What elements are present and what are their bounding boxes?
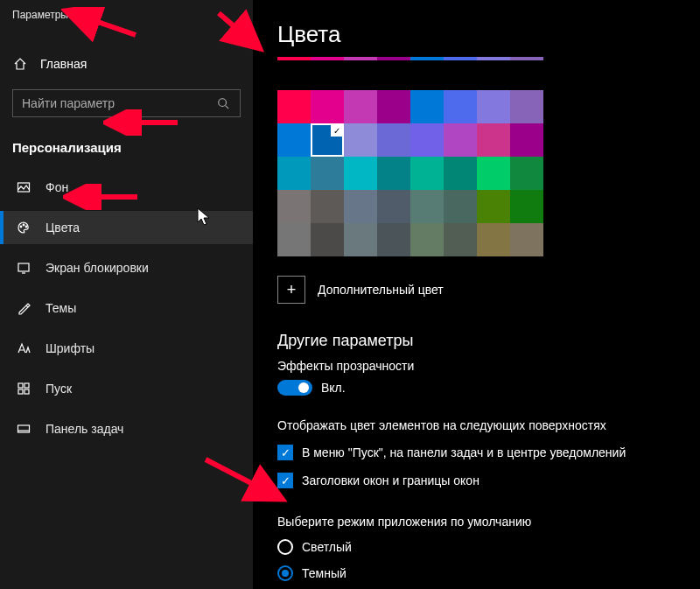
mode-radio-light[interactable]: Светлый [277, 539, 700, 555]
checkbox-checked-icon: ✓ [277, 473, 293, 488]
window-title: Параметры [0, 0, 253, 25]
color-swatch[interactable] [277, 157, 311, 190]
start-icon [16, 381, 32, 396]
search-input[interactable]: Найти параметр [12, 89, 241, 117]
svg-point-0 [219, 99, 227, 107]
mode-label: Темный [302, 566, 346, 580]
search-placeholder: Найти параметр [22, 96, 115, 110]
color-swatch[interactable] [444, 123, 477, 157]
content-panel: Цвета + Дополнительный цвет Другие парам… [253, 0, 700, 589]
app-mode-title: Выберите режим приложения по умолчанию [277, 515, 700, 529]
surface-checkbox-titlebars[interactable]: ✓ Заголовки окон и границы окон [277, 473, 700, 488]
color-swatch[interactable] [277, 90, 311, 123]
sidebar-item-lockscreen[interactable]: Экран блокировки [0, 251, 253, 284]
plus-icon: + [277, 276, 305, 304]
color-swatch[interactable] [277, 190, 311, 223]
home-label: Главная [40, 57, 87, 71]
svg-line-1 [226, 106, 229, 109]
sidebar-item-label: Пуск [46, 382, 72, 396]
sidebar-item-label: Темы [46, 301, 76, 315]
mode-radio-dark[interactable]: Темный [277, 565, 700, 581]
color-swatch[interactable] [477, 223, 510, 256]
color-swatch[interactable] [277, 123, 311, 157]
color-swatch[interactable] [510, 190, 543, 223]
svg-rect-10 [18, 389, 23, 394]
svg-rect-12 [18, 425, 30, 432]
taskbar-icon [16, 421, 32, 437]
color-swatch[interactable] [277, 223, 311, 256]
color-swatch[interactable] [477, 190, 510, 223]
color-swatch[interactable] [311, 90, 344, 123]
color-swatch[interactable] [410, 123, 444, 157]
sidebar-item-label: Экран блокировки [46, 261, 149, 275]
sidebar-item-taskbar[interactable]: Панель задач [0, 412, 253, 445]
color-swatch[interactable] [377, 157, 410, 190]
home-button[interactable]: Главная [0, 47, 253, 81]
surface-checkbox-start[interactable]: ✓ В меню "Пуск", на панели задач и в цен… [277, 445, 700, 460]
svg-point-3 [20, 226, 22, 228]
section-title: Персонализация [0, 126, 253, 164]
mode-label: Светлый [302, 540, 352, 554]
radio-unchecked-icon [277, 539, 293, 555]
svg-rect-9 [24, 383, 29, 388]
themes-icon [16, 300, 32, 316]
svg-rect-11 [24, 389, 29, 394]
color-swatch[interactable] [444, 157, 477, 190]
sidebar-item-themes[interactable]: Темы [0, 291, 253, 325]
color-swatch[interactable] [510, 223, 543, 256]
color-swatch[interactable] [410, 223, 444, 256]
transparency-label: Эффекты прозрачности [277, 359, 700, 373]
color-swatch[interactable] [344, 157, 377, 190]
transparency-toggle[interactable] [277, 380, 312, 396]
color-swatch[interactable] [311, 190, 344, 223]
page-title: Цвета [277, 21, 700, 48]
color-swatch[interactable] [510, 157, 543, 190]
color-swatch[interactable] [377, 90, 410, 123]
checkbox-checked-icon: ✓ [277, 445, 293, 460]
sidebar-item-background[interactable]: Фон [0, 171, 253, 204]
surfaces-title: Отображать цвет элементов на следующих п… [277, 418, 700, 432]
color-swatch[interactable] [311, 123, 344, 157]
color-swatch[interactable] [477, 90, 510, 123]
svg-point-4 [23, 224, 24, 226]
color-swatch[interactable] [477, 123, 510, 157]
color-swatch[interactable] [510, 90, 543, 123]
sidebar-item-label: Шрифты [46, 341, 94, 355]
color-swatch[interactable] [510, 123, 543, 157]
picture-icon [16, 179, 32, 195]
color-swatch[interactable] [410, 157, 444, 190]
sidebar-item-start[interactable]: Пуск [0, 372, 253, 405]
custom-color-label: Дополнительный цвет [318, 283, 444, 297]
sidebar-item-fonts[interactable]: Шрифты [0, 332, 253, 365]
color-swatch[interactable] [444, 190, 477, 223]
color-swatch[interactable] [377, 223, 410, 256]
custom-color-button[interactable]: + Дополнительный цвет [277, 276, 700, 304]
color-grid [277, 57, 543, 256]
color-swatch[interactable] [444, 90, 477, 123]
radio-checked-icon [277, 565, 293, 581]
color-swatch[interactable] [377, 190, 410, 223]
other-params-heading: Другие параметры [277, 332, 700, 350]
sidebar-item-label: Цвета [46, 221, 80, 235]
color-swatch[interactable] [344, 223, 377, 256]
color-swatch[interactable] [344, 190, 377, 223]
surface-label: В меню "Пуск", на панели задач и в центр… [302, 445, 626, 459]
color-swatch[interactable] [311, 223, 344, 256]
sidebar-item-label: Панель задач [46, 422, 123, 436]
transparency-value: Вкл. [321, 381, 346, 395]
lockscreen-icon [16, 260, 32, 276]
color-swatch[interactable] [344, 90, 377, 123]
home-icon [12, 56, 28, 72]
color-swatch[interactable] [311, 157, 344, 190]
svg-point-5 [25, 226, 27, 228]
color-swatch[interactable] [477, 157, 510, 190]
svg-rect-8 [18, 383, 23, 388]
color-swatch[interactable] [344, 123, 377, 157]
color-swatch[interactable] [377, 123, 410, 157]
surface-label: Заголовки окон и границы окон [302, 473, 480, 487]
color-swatch[interactable] [410, 90, 444, 123]
color-swatch[interactable] [444, 223, 477, 256]
sidebar-item-colors[interactable]: Цвета [0, 211, 253, 244]
color-swatch[interactable] [410, 190, 444, 223]
svg-rect-6 [18, 263, 29, 271]
